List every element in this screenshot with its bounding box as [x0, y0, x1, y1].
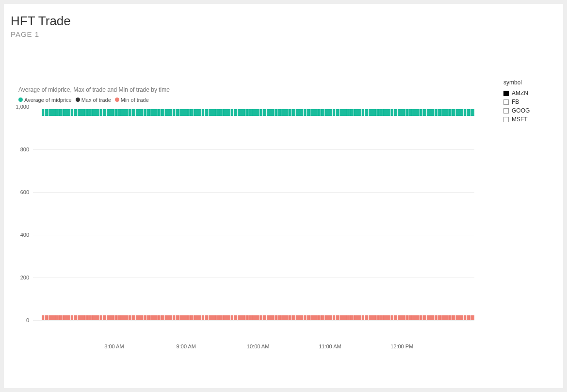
chart-plot-area[interactable]: 1,000 800 600 400 200 0 8:00 AM 9:00 AM … — [33, 107, 474, 320]
legend-swatch-icon — [76, 98, 80, 102]
legend-item-max-trade[interactable]: Max of trade — [76, 97, 111, 103]
legend-label: Max of trade — [81, 97, 111, 103]
slicer-item-label: FB — [512, 98, 519, 105]
x-tick-label: 11:00 AM — [319, 343, 341, 349]
legend-item-min-trade[interactable]: Min of trade — [115, 97, 149, 103]
x-tick-label: 8:00 AM — [104, 343, 124, 349]
y-tick-label: 800 — [10, 147, 29, 152]
gridline — [33, 107, 474, 107]
y-tick-label: 1,000 — [10, 104, 29, 110]
checkbox-icon[interactable] — [503, 91, 509, 96]
series-min-trade — [42, 315, 474, 320]
x-tick-label: 12:00 PM — [390, 343, 413, 349]
legend-swatch-icon — [18, 98, 23, 102]
checkbox-icon[interactable] — [503, 108, 509, 114]
slicer-item-goog[interactable]: GOOG — [503, 106, 557, 115]
gridline — [33, 320, 474, 321]
y-tick-label: 200 — [10, 275, 29, 280]
x-tick-label: 9:00 AM — [177, 343, 196, 349]
slicer-item-msft[interactable]: MSFT — [503, 115, 557, 124]
checkbox-icon[interactable] — [503, 117, 509, 122]
gridline — [33, 235, 474, 235]
chart-title: Average of midprice, Max of trade and Mi… — [18, 86, 170, 93]
legend-label: Average of midprice — [24, 97, 72, 103]
gridline — [33, 278, 474, 278]
y-tick-label: 400 — [10, 232, 29, 238]
y-tick-label: 600 — [10, 189, 29, 195]
legend-item-avg-midprice[interactable]: Average of midprice — [18, 97, 72, 103]
slicer-item-amzn[interactable]: AMZN — [503, 89, 557, 98]
checkbox-icon[interactable] — [503, 99, 509, 105]
gridline — [33, 149, 474, 150]
chart-legend: Average of midprice Max of trade Min of … — [18, 97, 149, 103]
slicer-item-label: GOOG — [512, 107, 530, 114]
gridline — [33, 192, 474, 193]
slicer-title: symbol — [503, 79, 557, 86]
slicer-item-label: MSFT — [512, 116, 528, 123]
legend-label: Min of trade — [121, 97, 149, 103]
y-tick-label: 0 — [10, 317, 29, 323]
report-subtitle: PAGE 1 — [11, 30, 39, 38]
report-canvas: HFT Trade PAGE 1 Average of midprice, Ma… — [4, 4, 563, 388]
legend-swatch-icon — [115, 98, 119, 102]
slicer-item-fb[interactable]: FB — [503, 98, 557, 106]
x-tick-label: 10:00 AM — [247, 343, 269, 349]
report-title: HFT Trade — [11, 14, 71, 29]
series-avg-midprice — [42, 109, 474, 116]
slicer-item-label: AMZN — [512, 90, 528, 97]
symbol-slicer[interactable]: symbol AMZN FB GOOG MSFT — [503, 79, 557, 124]
